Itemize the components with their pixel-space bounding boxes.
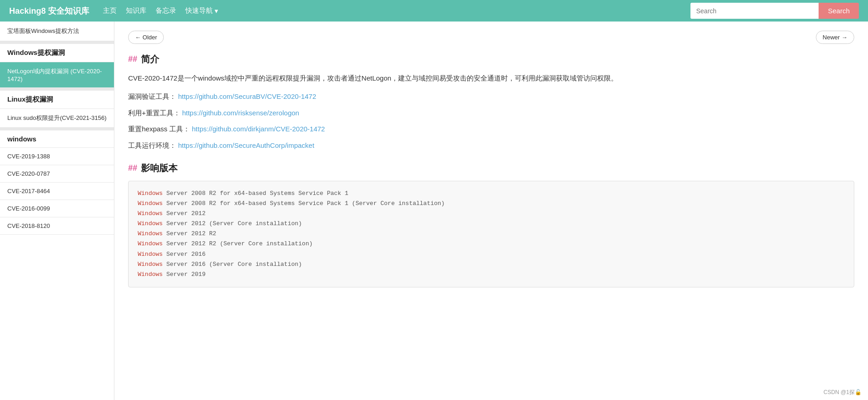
code-line-5: Windows Server 2012 R2 (Server Core inst…	[138, 239, 845, 249]
sidebar-item-cve-2020-0787[interactable]: CVE-2020-0787	[0, 165, 114, 183]
sidebar-section-windows-priv: Windows提权漏洞	[0, 41, 114, 62]
intro-heading: 简介	[141, 53, 159, 65]
footer-credit: CSDN @1探🔓	[824, 389, 862, 396]
tool-row-1: 利用+重置工具： https://github.com/risksense/ze…	[128, 107, 854, 119]
sidebar-item-linux-sudo[interactable]: Linux sudo权限提升(CVE-2021-3156)	[0, 109, 114, 128]
code-line-3: Windows Server 2012 (Server Core install…	[138, 219, 845, 229]
nav-knowledge[interactable]: 知识库	[126, 6, 146, 15]
search-button[interactable]: Search	[819, 3, 859, 19]
code-line-2: Windows Server 2012	[138, 209, 845, 219]
tool-link-0[interactable]: https://github.com/SecuraBV/CVE-2020-147…	[178, 92, 316, 100]
affect-section-title: ## 影响版本	[128, 162, 854, 174]
intro-section-title: ## 简介	[128, 53, 854, 65]
main-nav: 主页 知识库 备忘录 快速导航 ▾	[103, 6, 677, 15]
sidebar-section-linux-priv: Linux提权漏洞	[0, 88, 114, 109]
newer-button[interactable]: Newer →	[816, 31, 854, 44]
chevron-down-icon: ▾	[215, 7, 218, 15]
code-line-7: Windows Server 2016 (Server Core install…	[138, 259, 845, 270]
affect-heading: 影响版本	[141, 162, 178, 174]
search-input[interactable]	[690, 3, 819, 19]
tool-link-1[interactable]: https://github.com/risksense/zerologon	[182, 109, 299, 117]
brand: Hacking8 安全知识库	[9, 5, 89, 16]
code-line-0: Windows Server 2008 R2 for x64-based Sys…	[138, 189, 845, 199]
sidebar: 宝塔面板Windows提权方法 Windows提权漏洞 NetLogon域内提权…	[0, 22, 114, 400]
tool-label-1: 利用+重置工具：	[128, 109, 180, 117]
sidebar-item-cve-2017-8464[interactable]: CVE-2017-8464	[0, 183, 114, 200]
nav-quicknav[interactable]: 快速导航 ▾	[185, 6, 218, 15]
tool-row-2: 重置hexpass 工具： https://github.com/dirkjan…	[128, 123, 854, 135]
sidebar-item-cve-2016-0099[interactable]: CVE-2016-0099	[0, 200, 114, 217]
sidebar-item-cve-2018-8120[interactable]: CVE-2018-8120	[0, 217, 114, 235]
sidebar-item-baota[interactable]: 宝塔面板Windows提权方法	[0, 22, 114, 41]
layout: 宝塔面板Windows提权方法 Windows提权漏洞 NetLogon域内提权…	[0, 22, 868, 400]
code-line-6: Windows Server 2016	[138, 249, 845, 259]
code-line-8: Windows Server 2019	[138, 270, 845, 280]
tool-link-3[interactable]: https://github.com/SecureAuthCorp/impack…	[178, 141, 314, 149]
nav-home[interactable]: 主页	[103, 6, 117, 15]
affect-hash: ##	[128, 163, 137, 173]
tool-label-2: 重置hexpass 工具：	[128, 125, 190, 133]
code-line-1: Windows Server 2008 R2 for x64-based Sys…	[138, 199, 845, 209]
tool-link-2[interactable]: https://github.com/dirkjanm/CVE-2020-147…	[192, 125, 325, 133]
tool-label-3: 工具运行环境：	[128, 141, 176, 149]
intro-paragraph: CVE-2020-1472是一个windows域控中严重的远程权限提升漏洞，攻击…	[128, 72, 854, 84]
main-content: ← Older Newer → ## 简介 CVE-2020-1472是一个wi…	[114, 22, 868, 400]
sidebar-section-windows-cve: windows	[0, 128, 114, 148]
sidebar-item-cve-2019-1388[interactable]: CVE-2019-1388	[0, 148, 114, 165]
search-form: Search	[690, 3, 859, 19]
code-block: Windows Server 2008 R2 for x64-based Sys…	[128, 181, 854, 287]
header: Hacking8 安全知识库 主页 知识库 备忘录 快速导航 ▾ Search	[0, 0, 868, 22]
tool-label-0: 漏洞验证工具：	[128, 92, 176, 100]
code-line-4: Windows Server 2012 R2	[138, 229, 845, 239]
older-button[interactable]: ← Older	[128, 31, 164, 44]
tool-row-3: 工具运行环境： https://github.com/SecureAuthCor…	[128, 140, 854, 151]
pagination: ← Older Newer →	[128, 31, 854, 44]
nav-notes[interactable]: 备忘录	[156, 6, 176, 15]
tool-row-0: 漏洞验证工具： https://github.com/SecuraBV/CVE-…	[128, 91, 854, 103]
intro-hash: ##	[128, 54, 137, 64]
sidebar-item-netlogon[interactable]: NetLogon域内提权漏洞 (CVE-2020-1472)	[0, 62, 114, 88]
